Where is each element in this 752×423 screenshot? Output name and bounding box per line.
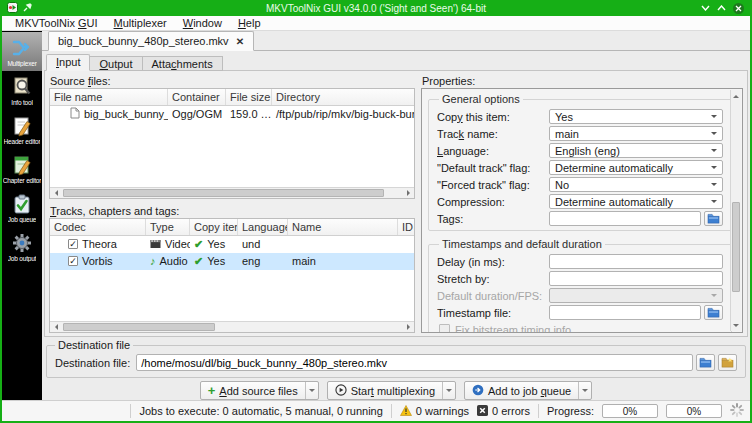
scroll-right-icon[interactable] [403,322,414,332]
browse-tags-button[interactable] [704,211,723,226]
tab-attachments[interactable]: Attachments [143,56,223,71]
source-files-label: Source files: [49,74,415,88]
folder-icon [707,307,720,318]
start-multiplexing-button[interactable]: Start multiplexing [327,381,456,400]
checkbox-checked[interactable]: ✓ [68,239,78,249]
column-header[interactable]: File name [50,89,168,105]
track-name-label: Track name: [437,128,549,140]
cell-type: Audio [160,255,188,267]
column-header[interactable]: ID [398,219,414,235]
cell-copy-item: Yes [207,255,225,267]
add-source-files-dropdown[interactable] [305,382,318,399]
add-source-files-button[interactable]: +Add source files [200,381,319,400]
sidebar-item-label: Multiplexer [7,60,36,67]
jobs-status: Jobs to execute: 0 automatic, 5 manual, … [139,405,382,417]
scrollbar-thumb[interactable] [732,202,740,292]
close-tab-icon[interactable]: ✕ [236,36,244,47]
sidebar-item-header-editor[interactable]: Header editor [2,110,42,149]
column-header[interactable]: Language [238,219,288,235]
source-files-table[interactable]: File name Container File size Directory … [49,88,415,199]
column-header[interactable]: File size [226,89,272,105]
delay-input[interactable] [549,254,723,269]
checkbox-checked[interactable]: ✓ [68,256,78,266]
close-icon[interactable] [733,3,744,14]
tracks-header: Codec Type Copy item Language Name ID [50,219,414,236]
column-header[interactable]: Container [168,89,226,105]
destination-file-label: Destination file: [55,357,130,369]
track-name-combobox[interactable]: main [549,126,723,141]
pin-icon[interactable] [23,2,32,14]
divider [538,404,539,418]
scroll-left-icon[interactable] [50,188,61,198]
default-track-flag-select[interactable]: Determine automatically [549,160,723,175]
maximize-icon[interactable] [717,5,726,11]
copy-yes-icon: ✔ [194,255,203,268]
scrollbar-thumb[interactable] [63,323,215,331]
sidebar-item-info-tool[interactable]: Info tool [2,71,42,110]
scroll-down-icon[interactable] [731,320,741,331]
chevron-down-icon [711,183,717,189]
compression-label: Compression: [437,196,549,208]
tags-label: Tags: [437,213,549,225]
menu-multiplexer[interactable]: Multiplexer [107,17,174,29]
timestamp-file-input[interactable] [549,305,701,320]
menu-bar: MKVToolNix GUI Multiplexer Window Help [2,16,750,31]
scroll-right-icon[interactable] [403,188,414,198]
browse-destination-button[interactable] [696,354,715,371]
new-folder-button[interactable]: ★ [718,354,737,371]
scrollbar-thumb[interactable] [63,189,384,197]
sidebar-item-label: Info tool [11,99,32,106]
cell-type: Video [165,238,190,250]
cell-directory: /ftp/pub/rip/mkv/big-buck-bunny [272,108,414,120]
horizontal-scrollbar[interactable] [50,321,414,332]
sidebar-item-job-queue[interactable]: Job queue [2,188,42,227]
sidebar-item-chapter-editor[interactable]: Chapter editor [2,149,42,188]
destination-file-input[interactable] [136,354,693,371]
chevron-down-icon [711,200,717,206]
clipboard-check-icon [11,193,33,215]
tracks-table[interactable]: Codec Type Copy item Language Name ID ✓T… [49,218,415,333]
fix-bitstream-label: Fix bitstream timing info [455,324,571,334]
video-icon [150,238,161,251]
menu-mkvtoolnix-gui[interactable]: MKVToolNix GUI [8,17,105,29]
sidebar-item-label: Job queue [8,216,37,223]
tab-output[interactable]: Output [90,56,142,71]
copy-this-item-select[interactable]: Yes [549,109,723,124]
table-row-selected[interactable]: ✓Vorbis ♪Audio ✔Yes eng main [50,253,414,270]
scroll-left-icon[interactable] [50,322,61,332]
compression-select[interactable]: Determine automatically [549,194,723,209]
forced-track-flag-select[interactable]: No [549,177,723,192]
tab-input[interactable]: Input [46,54,90,71]
gear-icon [11,232,33,254]
column-header[interactable]: Copy item [190,219,238,235]
cell-codec: Vorbis [82,255,113,267]
cell-file-name: big_buck_bunny_480p_… [84,108,168,120]
stretch-by-input[interactable] [549,271,723,286]
table-row[interactable]: big_buck_bunny_480p_… Ogg/OGM 159.0 … /f… [50,106,414,123]
vertical-scrollbar[interactable] [730,90,741,331]
column-header[interactable]: Type [146,219,190,235]
browse-timestamp-file-button[interactable] [704,305,723,320]
column-header[interactable]: Name [288,219,398,235]
document-tab[interactable]: big_buck_bunny_480p_stereo.mkv ✕ [48,31,254,51]
menu-help[interactable]: Help [231,17,268,29]
sidebar-item-job-output[interactable]: Job output [2,227,42,266]
column-header[interactable]: Codec [50,219,146,235]
add-to-job-queue-button[interactable]: Add to job queue [464,381,592,400]
timestamps-title: Timestamps and default duration [439,238,605,250]
menu-window[interactable]: Window [176,17,229,29]
chevron-down-icon [309,389,315,395]
sidebar-item-multiplexer[interactable]: Multiplexer [2,32,42,71]
minimize-icon[interactable] [701,5,710,11]
column-header[interactable]: Directory [272,89,414,105]
horizontal-scrollbar[interactable] [50,187,414,198]
copy-this-item-label: Copy this item: [437,111,549,123]
title-bar: MKVToolNix GUI v34.0.0 ('Sight and Seen'… [2,0,750,16]
add-to-job-queue-dropdown[interactable] [578,382,591,399]
language-select[interactable]: English (eng) [549,143,723,158]
progress-bar-current: 0% [602,404,658,418]
scroll-up-icon[interactable] [731,90,741,101]
table-row[interactable]: ✓Theora Video ✔Yes und [50,236,414,253]
start-multiplexing-dropdown[interactable] [442,382,455,399]
tags-input[interactable] [549,211,701,226]
